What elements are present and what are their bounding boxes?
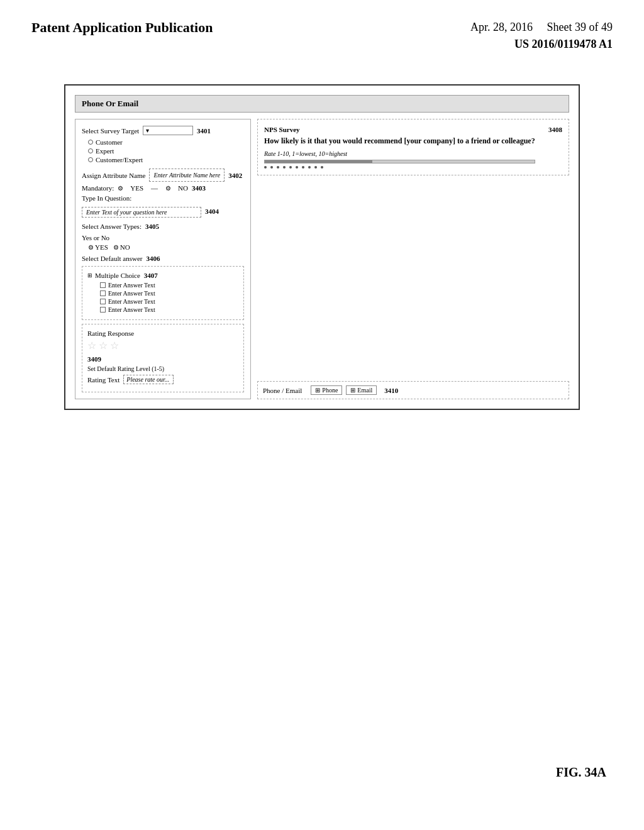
phone-email-row: Phone / Email ⊞ Phone ⊞ Email 3410 [263, 385, 564, 395]
content-area: Phone Or Email Select Survey Target ▾ 34… [0, 72, 644, 423]
left-panel: Select Survey Target ▾ 3401 Customer Exp… [75, 119, 251, 399]
answer-text-3: Enter Answer Text [108, 298, 155, 305]
checkbox-4 [100, 307, 106, 313]
dot-2 [270, 166, 273, 169]
ref-3405: 3405 [145, 223, 159, 230]
yes-or-no-label: Yes or No [82, 234, 244, 241]
star-3[interactable]: ☆ [110, 340, 119, 351]
ref-3402: 3402 [228, 172, 242, 179]
star-2[interactable]: ☆ [99, 340, 108, 351]
rating-response-label: Rating Response [87, 329, 238, 337]
yes-label: YES [130, 184, 143, 192]
assign-attribute-row: Assign Attribute Name Enter Attribute Na… [82, 169, 244, 182]
phone-email-row-label: Phone / Email [263, 387, 302, 394]
page-header: Patent Application Publication Apr. 28, … [0, 0, 644, 59]
type-question-row: Type In Question: [82, 194, 244, 202]
phone-item[interactable]: ⊞ Phone [311, 385, 342, 395]
stars-row: ☆ ☆ ☆ [87, 340, 238, 351]
assign-attribute-section: Assign Attribute Name Enter Attribute Na… [82, 169, 244, 392]
email-icon: ⊞ [350, 387, 355, 394]
dot-8 [308, 166, 311, 169]
option-expert: Expert [88, 147, 244, 155]
patent-number: US 2016/0119478 A1 [470, 36, 613, 53]
two-column-layout: Select Survey Target ▾ 3401 Customer Exp… [75, 119, 569, 399]
phone-icon: ⊞ [315, 387, 320, 394]
please-rate-input[interactable]: Please rate our... [123, 375, 174, 384]
ref-3401: 3401 [197, 127, 211, 135]
type-question-label: Type In Question: [82, 194, 131, 202]
ref-3407: 3407 [144, 272, 158, 279]
answer-item-2: Enter Answer Text [100, 290, 238, 297]
dot-3 [277, 166, 279, 169]
checkbox-2 [100, 290, 106, 296]
nps-header: NPS Survey How likely is it that you wou… [264, 126, 562, 169]
phone-label: Phone [322, 387, 338, 394]
question-input[interactable]: Enter Text of your question here [82, 207, 201, 218]
star-1[interactable]: ☆ [87, 340, 96, 351]
dot-7 [302, 166, 304, 169]
no-radio-item: ⚙ NO [113, 243, 130, 251]
nps-question: How likely is it that you would recommen… [264, 136, 535, 147]
mc-icon: ⊞ [87, 272, 92, 279]
gear-yes: ⚙ [88, 244, 94, 251]
email-label: Email [357, 387, 372, 394]
answer-item-1: Enter Answer Text [100, 282, 238, 289]
yes-no-section: Yes or No ⚙ YES ⚙ NO [82, 234, 244, 262]
ref-3408: 3408 [548, 126, 562, 133]
rating-section: Rating Response ☆ ☆ ☆ 3409 Set Default R… [82, 324, 244, 392]
rating-text-row: Rating Text Please rate our... [87, 375, 238, 384]
dot-5 [289, 166, 292, 169]
select-answer-type-label: Select Answer Types: [82, 223, 142, 230]
right-panel: NPS Survey How likely is it that you wou… [257, 119, 569, 399]
answer-text-2: Enter Answer Text [108, 290, 155, 297]
dot-10 [321, 166, 323, 169]
gear-icon-yes: ⚙ [118, 185, 123, 192]
option-customer-expert: Customer/Expert [88, 156, 244, 163]
select-survey-dropdown[interactable]: ▾ [143, 126, 193, 135]
select-default-label: Select Default answer [82, 255, 143, 262]
option-customer: Customer [88, 138, 244, 146]
mandatory-label: Mandatory: [82, 184, 114, 192]
checkbox-1 [100, 282, 106, 288]
header-right-info: Apr. 28, 2016 Sheet 39 of 49 US 2016/011… [470, 19, 613, 53]
set-default-row: Set Default Rating Level (1-5) [87, 365, 238, 372]
default-answer-row: Select Default answer 3406 [82, 255, 244, 262]
diagram-container: Phone Or Email Select Survey Target ▾ 34… [64, 84, 580, 410]
survey-target-options: Customer Expert Customer/Expert [88, 138, 244, 163]
radio-customer-expert[interactable] [88, 157, 93, 162]
dot-9 [314, 166, 317, 169]
radio-expert[interactable] [88, 148, 93, 153]
radio-customer[interactable] [88, 140, 93, 145]
assign-attribute-label: Assign Attribute Name [82, 172, 145, 179]
select-survey-row: Select Survey Target ▾ 3401 [82, 126, 244, 135]
checkbox-3 [100, 299, 106, 304]
nps-box: NPS Survey How likely is it that you wou… [257, 119, 569, 175]
rating-dots [264, 166, 535, 169]
dot-1 [264, 166, 267, 169]
ref-3410: 3410 [384, 387, 398, 394]
yes-no-radio-row: ⚙ YES ⚙ NO [88, 243, 244, 252]
top-bar-label: Phone Or Email [75, 95, 569, 113]
yes-no-group: ⚙ YES — ⚙ NO [118, 184, 188, 192]
mandatory-row: Mandatory: ⚙ YES — ⚙ NO 3403 [82, 184, 244, 192]
answer-item-4: Enter Answer Text [100, 306, 238, 313]
answer-types-section: Select Answer Types: 3405 Yes or No ⚙ YE… [82, 223, 244, 392]
publication-date: Apr. 28, 2016 Sheet 39 of 49 [470, 19, 613, 36]
no-label: NO [178, 184, 188, 192]
nps-rating-bar [264, 160, 535, 163]
nps-title: NPS Survey [264, 126, 535, 133]
phone-email-section: Phone / Email ⊞ Phone ⊞ Email 3410 [257, 381, 569, 399]
select-answer-type-row: Select Answer Types: 3405 [82, 223, 244, 230]
answer-item-3: Enter Answer Text [100, 298, 238, 305]
fig-label: FIG. 34A [556, 765, 606, 780]
enter-attribute-input[interactable]: Enter Attribute Name here [149, 169, 225, 182]
ref-3406: 3406 [147, 255, 160, 262]
type-question-section: Type In Question: Enter Text of your que… [82, 194, 244, 218]
publication-title: Patent Application Publication [31, 19, 213, 37]
email-item[interactable]: ⊞ Email [346, 385, 377, 395]
no-radio-label: NO [120, 243, 130, 251]
nps-rating-label: Rate 1-10, 1=lowest, 10=highest [264, 150, 535, 157]
ref-3409: 3409 [87, 355, 101, 363]
mc-title-row: ⊞ Multiple Choice 3407 [87, 272, 238, 279]
yes-radio-item: ⚙ YES [88, 243, 108, 251]
